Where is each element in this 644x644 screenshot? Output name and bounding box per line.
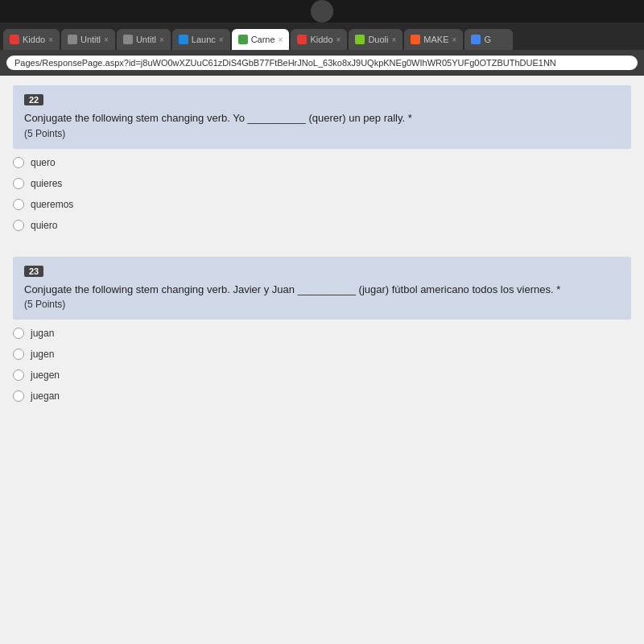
tab-favicon-kiddo1 [10,35,19,44]
question-text-1: Conjugate the following stem changing ve… [24,110,620,126]
option-label-1-3: queremos [31,199,73,210]
tab-favicon-make [411,35,420,44]
option-radio-1-1[interactable] [13,157,24,168]
option-radio-2-4[interactable] [13,390,24,402]
tab-label-kiddo2: Kiddo [310,35,332,44]
tab-close-duolingo[interactable]: × [392,35,397,44]
option-item-2-1[interactable]: jugan [13,328,631,339]
option-item-1-2[interactable]: quieres [13,178,631,189]
tab-favicon-untitle2 [123,35,133,44]
options-block-2: juganjugenjuegenjuegan [13,328,631,402]
option-radio-2-2[interactable] [13,349,24,360]
option-label-1-2: quieres [31,178,62,189]
tab-close-untitle1[interactable]: × [104,35,109,44]
option-item-1-4[interactable]: quiero [13,220,631,231]
option-radio-1-2[interactable] [13,178,24,189]
question-block-2: 23Conjugate the following stem changing … [13,257,631,320]
tab-favicon-duolingo [355,35,365,44]
tab-carne[interactable]: Carne× [232,29,290,50]
tab-label-make: MAKE [423,35,448,44]
question-number-2: 23 [24,266,43,277]
question-points-2: (5 Points) [24,299,620,310]
question-block-1: 22Conjugate the following stem changing … [13,85,631,149]
tab-favicon-launch [179,35,188,44]
tab-label-untitle2: Untitl [136,35,156,44]
address-bar: Pages/ResponsePage.aspx?id=j8uWO0wXZUuC6… [0,50,644,76]
option-item-1-3[interactable]: queremos [13,199,631,210]
tab-launch[interactable]: Launc× [172,29,230,50]
camera-notch [311,0,333,23]
option-item-2-4[interactable]: juegan [13,390,631,402]
question-text-2: Conjugate the following stem changing ve… [24,282,620,298]
option-label-2-2: jugen [31,349,54,360]
tab-google[interactable]: G [464,29,513,50]
tab-label-untitle1: Untitl [80,35,101,44]
option-label-2-1: jugan [31,328,54,339]
option-label-2-3: juegen [31,369,60,381]
option-item-1-1[interactable]: quero [13,157,631,168]
options-block-1: queroquieresqueremosquiero [13,157,631,231]
tab-untitle2[interactable]: Untitl× [117,29,171,50]
tab-favicon-kiddo2 [297,35,307,44]
top-bar [0,0,644,23]
tab-close-launch[interactable]: × [219,35,224,44]
tab-close-make[interactable]: × [452,35,457,44]
option-radio-1-4[interactable] [13,220,24,231]
tab-close-kiddo1[interactable]: × [48,35,53,44]
tab-label-google: G [484,35,491,44]
tab-close-untitle2[interactable]: × [159,35,164,44]
option-radio-2-1[interactable] [13,328,24,339]
tab-kiddo2[interactable]: Kiddo× [291,29,347,50]
tab-label-launch: Launc [192,35,216,44]
option-radio-1-3[interactable] [13,199,24,210]
question-number-1: 22 [24,94,43,105]
option-radio-2-3[interactable] [13,369,24,381]
option-item-2-2[interactable]: jugen [13,349,631,360]
tab-bar: Kiddo×Untitl×Untitl×Launc×Carne×Kiddo×Du… [0,23,644,50]
tab-label-duolingo: Duoli [368,35,388,44]
tab-close-kiddo2[interactable]: × [336,35,341,44]
tab-favicon-untitle1 [68,35,77,44]
tab-make[interactable]: MAKE× [404,29,463,50]
option-label-1-4: quiero [31,220,57,231]
page-content: 22Conjugate the following stem changing … [0,76,644,644]
tab-untitle1[interactable]: Untitl× [61,29,115,50]
option-item-2-3[interactable]: juegen [13,369,631,381]
tab-duolingo[interactable]: Duoli× [349,29,402,50]
url-field[interactable]: Pages/ResponsePage.aspx?id=j8uWO0wXZUuC6… [6,56,638,70]
tab-favicon-carne [238,35,248,44]
tab-favicon-google [471,35,481,44]
tab-label-kiddo1: Kiddo [23,35,45,44]
option-label-1-1: quero [31,157,56,168]
tab-label-carne: Carne [251,35,275,44]
question-points-1: (5 Points) [24,128,620,139]
option-label-2-4: juegan [31,390,60,402]
tab-kiddo1[interactable]: Kiddo× [3,29,60,50]
tab-close-carne[interactable]: × [279,35,283,44]
